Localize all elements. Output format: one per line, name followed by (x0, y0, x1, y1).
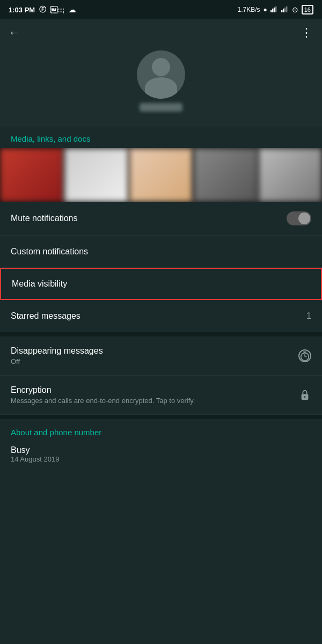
profile-center (0, 46, 322, 127)
disappearing-messages-sub: Off (11, 357, 103, 365)
toggle-knob (298, 213, 310, 224)
about-date: 14 August 2019 (11, 455, 311, 463)
media-thumb-2 (64, 148, 128, 202)
signal-bars2-icon (281, 6, 289, 14)
back-button[interactable]: ← (9, 26, 20, 40)
svg-rect-4 (281, 10, 283, 12)
top-nav: ← ⋮ (0, 19, 322, 46)
media-visibility-left: Media visibility (12, 279, 67, 289)
disappearing-messages-title: Disappearing messages (11, 346, 103, 356)
media-visibility-title: Media visibility (12, 279, 67, 289)
more-options-button[interactable]: ⋮ (301, 26, 313, 40)
status-left: 1:03 PM Ⓕ ::; ☁ (9, 5, 76, 14)
mute-notifications-title: Mute notifications (11, 214, 78, 223)
about-section: About and phone number Busy 14 August 20… (0, 419, 322, 470)
custom-notifications-title: Custom notifications (11, 247, 88, 257)
disappearing-messages-left: Disappearing messages Off (11, 346, 103, 365)
media-thumb-1 (0, 148, 63, 202)
media-section-header: Media, links, and docs (0, 127, 322, 148)
custom-notifications-item[interactable]: Custom notifications (0, 236, 322, 268)
custom-notifications-left: Custom notifications (11, 247, 88, 257)
starred-messages-left: Starred messages (11, 311, 80, 321)
about-section-label: About and phone number (11, 428, 311, 437)
svg-rect-0 (270, 10, 272, 12)
encryption-sub: Messages and calls are end-to-end encryp… (11, 397, 195, 405)
about-value: Busy (11, 445, 311, 455)
media-thumb-5 (259, 148, 322, 202)
svg-rect-2 (274, 8, 275, 12)
signal-bars-icon (270, 6, 278, 14)
mute-notifications-item[interactable]: Mute notifications (0, 202, 322, 236)
media-section-label: Media, links, and docs (11, 134, 90, 143)
avatar-person (137, 50, 185, 99)
section-divider-2 (0, 415, 322, 419)
disappearing-messages-right (298, 349, 311, 362)
starred-count: 1 (306, 311, 311, 321)
encryption-right (298, 389, 311, 401)
disappearing-messages-item[interactable]: Disappearing messages Off (0, 336, 322, 376)
avatar (137, 50, 185, 99)
svg-rect-7 (286, 6, 288, 12)
starred-messages-right: 1 (306, 311, 311, 321)
encryption-title: Encryption (11, 385, 195, 395)
avatar-body (145, 77, 177, 99)
media-thumb-3 (129, 148, 193, 202)
section-divider-1 (0, 332, 322, 336)
about-item[interactable]: Busy 14 August 2019 (11, 439, 311, 470)
wifi-icon: ⊙ (292, 5, 298, 14)
starred-messages-title: Starred messages (11, 311, 80, 321)
avatar-head (152, 58, 170, 76)
media-strip[interactable] (0, 148, 322, 202)
settings-group-1: Mute notifications Custom notifications … (0, 202, 322, 332)
cloud-icon: ☁ (69, 6, 76, 14)
time-label: 1:03 PM (9, 6, 35, 14)
svg-rect-5 (283, 9, 284, 12)
svg-point-14 (304, 396, 306, 398)
mute-notifications-left: Mute notifications (11, 214, 78, 223)
signal-icon: ● (264, 6, 267, 13)
svg-rect-1 (272, 9, 274, 12)
lock-icon (299, 389, 310, 401)
contact-name-blurred (140, 103, 182, 112)
svg-rect-6 (284, 8, 286, 12)
fb-icon: Ⓕ (39, 5, 46, 14)
settings-group-2: Disappearing messages Off Encryption Mes… (0, 336, 322, 415)
battery-label: 16 (302, 5, 313, 14)
speed-label: 1.7KB/s (237, 6, 260, 13)
mute-toggle[interactable] (287, 211, 311, 225)
timer-icon (298, 349, 311, 362)
status-right: 1.7KB/s ● ⊙ 16 (237, 5, 313, 14)
status-bar: 1:03 PM Ⓕ ::; ☁ 1.7KB/s ● ⊙ 16 (0, 0, 322, 19)
media-visibility-item[interactable]: Media visibility (0, 268, 322, 300)
media-thumb-4 (194, 148, 257, 202)
encryption-item[interactable]: Encryption Messages and calls are end-to… (0, 376, 322, 415)
grid-icon: ::; (50, 6, 64, 14)
starred-messages-item[interactable]: Starred messages 1 (0, 300, 322, 332)
mute-notifications-right (287, 211, 311, 225)
svg-rect-3 (275, 6, 277, 12)
profile-header: ← ⋮ (0, 19, 322, 127)
encryption-left: Encryption Messages and calls are end-to… (11, 385, 195, 405)
